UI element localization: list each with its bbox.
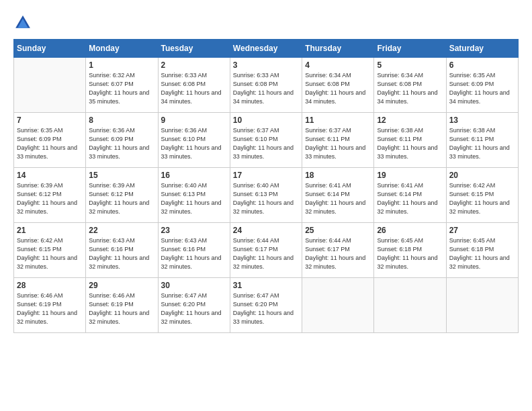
- day-number: 31: [233, 281, 299, 290]
- day-cell: 20Sunrise: 6:42 AMSunset: 6:15 PMDayligh…: [446, 168, 518, 223]
- day-cell: 22Sunrise: 6:43 AMSunset: 6:16 PMDayligh…: [86, 223, 158, 278]
- day-cell: 14Sunrise: 6:39 AMSunset: 6:12 PMDayligh…: [14, 168, 86, 223]
- day-number: 27: [449, 226, 515, 235]
- day-cell: 15Sunrise: 6:39 AMSunset: 6:12 PMDayligh…: [86, 168, 158, 223]
- day-number: 18: [305, 171, 371, 180]
- day-cell: 28Sunrise: 6:46 AMSunset: 6:19 PMDayligh…: [14, 278, 86, 333]
- day-number: 28: [17, 281, 83, 290]
- day-number: 26: [377, 226, 443, 235]
- day-info: Sunrise: 6:39 AMSunset: 6:12 PMDaylight:…: [89, 181, 154, 216]
- day-cell: 26Sunrise: 6:45 AMSunset: 6:18 PMDayligh…: [374, 223, 446, 278]
- day-cell: 21Sunrise: 6:42 AMSunset: 6:15 PMDayligh…: [14, 223, 86, 278]
- day-info: Sunrise: 6:33 AMSunset: 6:08 PMDaylight:…: [233, 71, 299, 106]
- day-number: 21: [17, 226, 83, 235]
- calendar-body: 1Sunrise: 6:32 AMSunset: 6:07 PMDaylight…: [14, 58, 519, 333]
- day-info: Sunrise: 6:35 AMSunset: 6:09 PMDaylight:…: [449, 71, 515, 106]
- day-cell: 24Sunrise: 6:44 AMSunset: 6:17 PMDayligh…: [230, 223, 302, 278]
- day-number: 2: [161, 60, 227, 70]
- day-cell: 11Sunrise: 6:37 AMSunset: 6:11 PMDayligh…: [302, 113, 374, 168]
- day-cell: 2Sunrise: 6:33 AMSunset: 6:08 PMDaylight…: [158, 58, 230, 113]
- day-cell: [446, 278, 518, 333]
- day-cell: 7Sunrise: 6:35 AMSunset: 6:09 PMDaylight…: [14, 113, 86, 168]
- day-info: Sunrise: 6:34 AMSunset: 6:08 PMDaylight:…: [305, 71, 371, 106]
- day-number: 1: [89, 60, 154, 70]
- day-number: 19: [377, 171, 443, 180]
- day-cell: 17Sunrise: 6:40 AMSunset: 6:13 PMDayligh…: [230, 168, 302, 223]
- day-cell: 1Sunrise: 6:32 AMSunset: 6:07 PMDaylight…: [86, 58, 158, 113]
- day-cell: 23Sunrise: 6:43 AMSunset: 6:16 PMDayligh…: [158, 223, 230, 278]
- header-cell-friday: Friday: [374, 40, 446, 58]
- day-number: 11: [305, 116, 371, 125]
- day-info: Sunrise: 6:42 AMSunset: 6:15 PMDaylight:…: [449, 181, 515, 216]
- day-info: Sunrise: 6:40 AMSunset: 6:13 PMDaylight:…: [233, 181, 299, 216]
- day-info: Sunrise: 6:47 AMSunset: 6:20 PMDaylight:…: [233, 291, 299, 326]
- day-info: Sunrise: 6:42 AMSunset: 6:15 PMDaylight:…: [17, 236, 83, 271]
- day-info: Sunrise: 6:44 AMSunset: 6:17 PMDaylight:…: [305, 236, 371, 271]
- day-cell: 5Sunrise: 6:34 AMSunset: 6:08 PMDaylight…: [374, 58, 446, 113]
- day-number: 3: [233, 60, 299, 70]
- day-cell: 19Sunrise: 6:41 AMSunset: 6:14 PMDayligh…: [374, 168, 446, 223]
- day-info: Sunrise: 6:36 AMSunset: 6:10 PMDaylight:…: [161, 126, 227, 161]
- day-number: 29: [89, 281, 154, 290]
- day-info: Sunrise: 6:41 AMSunset: 6:14 PMDaylight:…: [377, 181, 443, 216]
- day-number: 9: [161, 116, 227, 125]
- week-row-4: 28Sunrise: 6:46 AMSunset: 6:19 PMDayligh…: [14, 278, 519, 333]
- day-cell: 18Sunrise: 6:41 AMSunset: 6:14 PMDayligh…: [302, 168, 374, 223]
- day-number: 5: [377, 60, 443, 70]
- page-header: [13, 13, 519, 32]
- day-cell: 31Sunrise: 6:47 AMSunset: 6:20 PMDayligh…: [230, 278, 302, 333]
- day-number: 17: [233, 171, 299, 180]
- week-row-0: 1Sunrise: 6:32 AMSunset: 6:07 PMDaylight…: [14, 58, 519, 113]
- day-info: Sunrise: 6:46 AMSunset: 6:19 PMDaylight:…: [17, 291, 83, 326]
- day-number: 8: [89, 116, 154, 125]
- day-number: 20: [449, 171, 515, 180]
- week-row-1: 7Sunrise: 6:35 AMSunset: 6:09 PMDaylight…: [14, 113, 519, 168]
- day-number: 22: [89, 226, 154, 235]
- day-number: 12: [377, 116, 443, 125]
- day-info: Sunrise: 6:34 AMSunset: 6:08 PMDaylight:…: [377, 71, 443, 106]
- header-row: SundayMondayTuesdayWednesdayThursdayFrid…: [14, 40, 519, 58]
- day-cell: [14, 58, 86, 113]
- day-number: 4: [305, 60, 371, 70]
- day-cell: 16Sunrise: 6:40 AMSunset: 6:13 PMDayligh…: [158, 168, 230, 223]
- day-info: Sunrise: 6:33 AMSunset: 6:08 PMDaylight:…: [161, 71, 227, 106]
- week-row-2: 14Sunrise: 6:39 AMSunset: 6:12 PMDayligh…: [14, 168, 519, 223]
- day-cell: 10Sunrise: 6:37 AMSunset: 6:10 PMDayligh…: [230, 113, 302, 168]
- day-number: 13: [449, 116, 515, 125]
- day-info: Sunrise: 6:43 AMSunset: 6:16 PMDaylight:…: [89, 236, 154, 271]
- week-row-3: 21Sunrise: 6:42 AMSunset: 6:15 PMDayligh…: [14, 223, 519, 278]
- day-cell: 25Sunrise: 6:44 AMSunset: 6:17 PMDayligh…: [302, 223, 374, 278]
- day-info: Sunrise: 6:45 AMSunset: 6:18 PMDaylight:…: [377, 236, 443, 271]
- day-info: Sunrise: 6:43 AMSunset: 6:16 PMDaylight:…: [161, 236, 227, 271]
- day-cell: 29Sunrise: 6:46 AMSunset: 6:19 PMDayligh…: [86, 278, 158, 333]
- logo: [13, 13, 35, 32]
- day-number: 7: [17, 116, 83, 125]
- day-number: 24: [233, 226, 299, 235]
- day-info: Sunrise: 6:32 AMSunset: 6:07 PMDaylight:…: [89, 71, 154, 106]
- day-cell: [302, 278, 374, 333]
- day-cell: 6Sunrise: 6:35 AMSunset: 6:09 PMDaylight…: [446, 58, 518, 113]
- day-cell: [374, 278, 446, 333]
- header-cell-monday: Monday: [86, 40, 158, 58]
- day-info: Sunrise: 6:40 AMSunset: 6:13 PMDaylight:…: [161, 181, 227, 216]
- day-number: 15: [89, 171, 154, 180]
- header-cell-wednesday: Wednesday: [230, 40, 302, 58]
- day-info: Sunrise: 6:37 AMSunset: 6:11 PMDaylight:…: [305, 126, 371, 161]
- day-info: Sunrise: 6:41 AMSunset: 6:14 PMDaylight:…: [305, 181, 371, 216]
- day-info: Sunrise: 6:38 AMSunset: 6:11 PMDaylight:…: [377, 126, 443, 161]
- day-info: Sunrise: 6:36 AMSunset: 6:09 PMDaylight:…: [89, 126, 154, 161]
- logo-icon: [13, 13, 32, 32]
- day-info: Sunrise: 6:38 AMSunset: 6:11 PMDaylight:…: [449, 126, 515, 161]
- day-info: Sunrise: 6:47 AMSunset: 6:20 PMDaylight:…: [161, 291, 227, 326]
- header-cell-sunday: Sunday: [14, 40, 86, 58]
- day-info: Sunrise: 6:39 AMSunset: 6:12 PMDaylight:…: [17, 181, 83, 216]
- day-info: Sunrise: 6:46 AMSunset: 6:19 PMDaylight:…: [89, 291, 154, 326]
- header-cell-saturday: Saturday: [446, 40, 518, 58]
- day-info: Sunrise: 6:37 AMSunset: 6:10 PMDaylight:…: [233, 126, 299, 161]
- day-cell: 30Sunrise: 6:47 AMSunset: 6:20 PMDayligh…: [158, 278, 230, 333]
- day-number: 14: [17, 171, 83, 180]
- day-info: Sunrise: 6:35 AMSunset: 6:09 PMDaylight:…: [17, 126, 83, 161]
- day-cell: 3Sunrise: 6:33 AMSunset: 6:08 PMDaylight…: [230, 58, 302, 113]
- day-number: 6: [449, 60, 515, 70]
- header-cell-thursday: Thursday: [302, 40, 374, 58]
